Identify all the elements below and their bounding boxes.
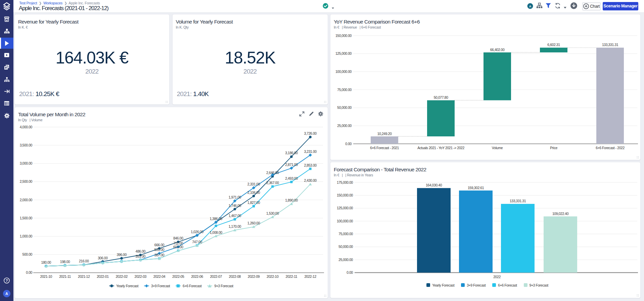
- svg-text:133,331.31: 133,331.31: [510, 199, 526, 203]
- svg-text:2,000.00: 2,000.00: [20, 198, 33, 202]
- svg-text:6+6 Forecast - 2022: 6+6 Forecast - 2022: [596, 146, 625, 150]
- svg-text:Price: Price: [550, 146, 557, 150]
- svg-text:159,302.61: 159,302.61: [468, 185, 484, 189]
- svg-text:2,430.00: 2,430.00: [304, 178, 317, 182]
- svg-text:100,000.00: 100,000.00: [337, 219, 353, 223]
- svg-text:180.00: 180.00: [41, 260, 51, 264]
- svg-text:2022-03: 2022-03: [135, 274, 147, 278]
- svg-text:1,260.00: 1,260.00: [247, 221, 260, 225]
- svg-text:2022-04: 2022-04: [153, 274, 166, 278]
- svg-text:351.00: 351.00: [136, 254, 146, 258]
- svg-text:1,008.00: 1,008.00: [210, 230, 222, 234]
- svg-text:486.00: 486.00: [136, 249, 146, 253]
- svg-text:164,030.40: 164,030.40: [426, 183, 442, 187]
- svg-text:1,386.00: 1,386.00: [210, 216, 222, 220]
- svg-text:125,000.00: 125,000.00: [337, 206, 353, 210]
- svg-text:500.00: 500.00: [22, 252, 33, 256]
- svg-text:25,000.00: 25,000.00: [338, 257, 353, 261]
- svg-text:1,026.00: 1,026.00: [191, 229, 203, 233]
- svg-text:3,000.00: 3,000.00: [20, 161, 33, 165]
- svg-text:4,000.00: 4,000.00: [20, 125, 33, 129]
- svg-text:2022: 2022: [493, 274, 501, 278]
- svg-text:2022-10: 2022-10: [267, 274, 279, 278]
- svg-text:1,890.00: 1,890.00: [285, 198, 298, 202]
- svg-text:2022-05: 2022-05: [172, 274, 184, 278]
- svg-text:603.00: 603.00: [173, 245, 183, 249]
- svg-text:6+6 Forecast - 2021: 6+6 Forecast - 2021: [370, 146, 399, 150]
- svg-text:2021-12: 2021-12: [78, 274, 90, 278]
- svg-text:2022-08: 2022-08: [229, 274, 241, 278]
- svg-text:747.00: 747.00: [192, 240, 202, 244]
- svg-text:3,231.00: 3,231.00: [304, 149, 317, 153]
- svg-text:1,827.00: 1,827.00: [247, 200, 260, 204]
- svg-text:1,500.00: 1,500.00: [20, 216, 33, 220]
- svg-text:66,402.00: 66,402.00: [490, 48, 505, 52]
- svg-text:2,646.00: 2,646.00: [266, 171, 279, 175]
- svg-text:2,493.00: 2,493.00: [285, 176, 298, 180]
- svg-text:1,746.00: 1,746.00: [229, 203, 241, 207]
- svg-text:198.00: 198.00: [60, 260, 70, 264]
- svg-text:1,467.00: 1,467.00: [229, 213, 241, 217]
- svg-text:150,000.00: 150,000.00: [335, 34, 352, 38]
- svg-text:1,530.00: 1,530.00: [266, 211, 279, 215]
- svg-text:50,077.80: 50,077.80: [434, 95, 448, 99]
- svg-text:3,186.00: 3,186.00: [285, 151, 298, 155]
- svg-text:109,022.40: 109,022.40: [552, 211, 569, 215]
- svg-text:396.00: 396.00: [117, 252, 127, 256]
- svg-text:175,000.00: 175,000.00: [337, 180, 353, 184]
- svg-text:2022-12: 2022-12: [304, 274, 316, 278]
- svg-text:2021-11: 2021-11: [59, 274, 71, 278]
- svg-text:A: A: [529, 5, 532, 8]
- svg-text:Volume: Volume: [492, 146, 503, 150]
- svg-text:666.00: 666.00: [154, 243, 165, 247]
- svg-text:0.00: 0.00: [347, 270, 353, 274]
- svg-text:Actuals 2021 - YoY 2021 -> 202: Actuals 2021 - YoY 2021 -> 2022: [417, 146, 464, 150]
- svg-text:531.00: 531.00: [154, 248, 165, 252]
- svg-text:75,000.00: 75,000.00: [338, 231, 353, 235]
- svg-text:0.00: 0.00: [26, 270, 32, 274]
- svg-text:100,000.00: 100,000.00: [335, 70, 352, 74]
- svg-text:387.00: 387.00: [154, 253, 165, 257]
- svg-text:2022-11: 2022-11: [286, 274, 297, 278]
- svg-text:2,500.00: 2,500.00: [20, 179, 33, 183]
- svg-text:2022-09: 2022-09: [248, 274, 260, 278]
- svg-text:2022-06: 2022-06: [191, 274, 203, 278]
- svg-text:10,249.20: 10,249.20: [377, 132, 392, 136]
- svg-text:50,000.00: 50,000.00: [337, 105, 352, 110]
- svg-text:1,170.00: 1,170.00: [229, 224, 241, 228]
- svg-text:0.00: 0.00: [345, 142, 352, 146]
- svg-text:2021-10: 2021-10: [40, 274, 52, 278]
- svg-text:846.00: 846.00: [173, 236, 183, 240]
- svg-text:1,971.00: 1,971.00: [229, 195, 241, 199]
- svg-text:150,000.00: 150,000.00: [337, 193, 353, 197]
- svg-text:216.00: 216.00: [79, 259, 89, 263]
- svg-text:1,000.00: 1,000.00: [20, 234, 33, 238]
- svg-text:?: ?: [6, 278, 8, 283]
- svg-text:25,000.00: 25,000.00: [337, 124, 352, 128]
- svg-text:125,000.00: 125,000.00: [335, 51, 352, 55]
- svg-text:2,853.00: 2,853.00: [304, 163, 317, 167]
- svg-text:50,000.00: 50,000.00: [338, 245, 353, 249]
- svg-text:711.00: 711.00: [173, 241, 183, 245]
- svg-text:2,367.00: 2,367.00: [266, 181, 279, 185]
- svg-text:2,871.00: 2,871.00: [285, 162, 298, 166]
- svg-text:2022-07: 2022-07: [210, 274, 222, 278]
- svg-text:2,106.00: 2,106.00: [247, 190, 260, 194]
- svg-text:3,726.00: 3,726.00: [304, 131, 317, 135]
- svg-text:75,000.00: 75,000.00: [337, 88, 352, 92]
- svg-text:3,500.00: 3,500.00: [20, 143, 33, 147]
- svg-text:6,602.31: 6,602.31: [547, 43, 560, 47]
- svg-text:306.00: 306.00: [98, 256, 108, 260]
- svg-text:A: A: [5, 292, 8, 296]
- svg-text:2022-01: 2022-01: [97, 274, 109, 278]
- svg-text:133,331.31: 133,331.31: [602, 43, 618, 47]
- svg-text:2,331.00: 2,331.00: [247, 182, 260, 186]
- svg-text:2022-02: 2022-02: [116, 274, 128, 278]
